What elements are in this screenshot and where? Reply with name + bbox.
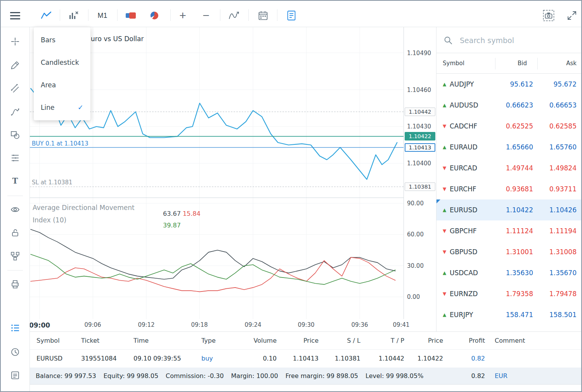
lock-objects-button[interactable] <box>7 225 23 241</box>
column-separator <box>537 58 538 69</box>
market-watch-row-eurusd[interactable]: EURUSD 1.10422 1.10426 <box>436 199 582 220</box>
menu-item-candlestick[interactable]: Candlestick <box>34 51 90 74</box>
stop-loss-line-label[interactable]: SL at 1.10381 <box>32 179 73 186</box>
fullscreen-button[interactable] <box>564 8 580 23</box>
market-watch-row-eurcad[interactable]: EURCAD 1.49744 1.49824 <box>436 158 582 179</box>
pane-separator <box>30 198 436 198</box>
market-watch-row-cadchf[interactable]: CADCHF 0.62525 0.62585 <box>436 116 582 137</box>
price-axis[interactable]: 1.10490 1.10460 1.10430 1.10400 90.00 60… <box>404 27 436 319</box>
search-icon <box>443 36 453 45</box>
time-tick: 09:30 <box>298 321 314 328</box>
ask-price: 0.66653 <box>533 101 582 109</box>
time-axis[interactable]: 09:00 09:06 09:12 09:18 09:24 09:30 09:3… <box>30 319 436 331</box>
trend-icon <box>443 228 450 234</box>
position-symbol: EURUSD <box>36 350 79 367</box>
trend-icon <box>443 312 450 317</box>
trend-icon <box>443 186 450 192</box>
symbol-name: EURAUD <box>450 143 494 151</box>
account-summary-button[interactable] <box>147 8 162 23</box>
pencil-icon <box>10 61 20 70</box>
symbol-name: EURCHF <box>450 185 494 193</box>
crosshair-tool-button[interactable] <box>7 34 23 49</box>
menu-item-area[interactable]: Area <box>34 74 90 96</box>
shapes-tool-button[interactable] <box>7 127 23 142</box>
menu-button[interactable] <box>7 8 23 23</box>
open-order-price-tag[interactable]: 1.10413 <box>405 143 435 152</box>
levels-tool-button[interactable] <box>7 150 23 166</box>
bid-price: 1.31001 <box>494 248 533 256</box>
zoom-out-button[interactable]: − <box>198 8 214 23</box>
stop-loss-price-tag: 1.10381 <box>405 182 435 191</box>
indicator-name-line2: Index (10) <box>33 216 66 224</box>
account-status-bar: Balance: 99 997.53 Equity: 99 998.05 Com… <box>30 368 582 385</box>
ask-price: 0.93711 <box>533 185 582 193</box>
printer-icon <box>10 279 20 289</box>
ask-price: 1.11194 <box>533 227 582 235</box>
time-tick: 09:36 <box>351 321 368 328</box>
timeframe-button[interactable]: M1 <box>95 8 110 23</box>
trendline-tool-button[interactable] <box>7 81 23 96</box>
column-header-symbol: Symbol <box>436 60 488 67</box>
market-watch-row-euraud[interactable]: EURAUD 1.65660 1.65760 <box>436 137 582 158</box>
open-position-row[interactable]: EURUSD 319551084 09.10 09:39:55 buy 0.10… <box>30 350 582 367</box>
market-watch-row-audusd[interactable]: AUDUSD 0.66623 0.66653 <box>436 95 582 116</box>
ask-price: 95.672 <box>533 80 582 88</box>
margin-level-value: Level: 99 998.05% <box>365 372 423 380</box>
market-watch-row-gbpchf[interactable]: GBPCHF 1.11124 1.11194 <box>436 220 582 241</box>
chart-type-button[interactable] <box>38 8 54 23</box>
draw-tool-button[interactable] <box>7 57 23 73</box>
curve-icon <box>10 107 20 116</box>
trade-dialog-button[interactable] <box>284 8 299 23</box>
market-watch-row-eurchf[interactable]: EURCHF 0.93681 0.93711 <box>436 179 582 199</box>
buy-order-line-label[interactable]: BUY 0.1 at 1.10413 <box>32 140 88 147</box>
col-ticket: Ticket <box>81 332 130 349</box>
trend-icon <box>443 270 450 276</box>
adx-value: 63.67 <box>163 210 181 217</box>
ask-price: 1.65760 <box>533 143 582 151</box>
symbol-name: EURUSD <box>450 206 494 214</box>
indicators-button[interactable] <box>226 8 242 23</box>
market-watch-header: Symbol Bid Ask <box>436 53 582 74</box>
object-visibility-button[interactable] <box>7 202 23 217</box>
market-watch-row-audjpy[interactable]: AUDJPY 95.612 95.672 <box>436 74 582 95</box>
remove-indicator-button[interactable] <box>66 8 81 23</box>
menu-item-bars[interactable]: Bars <box>34 29 90 51</box>
symbol-name: EURJPY <box>450 311 494 319</box>
search-input[interactable] <box>460 34 572 47</box>
market-watch-row-gbpusd[interactable]: GBPUSD 1.31001 1.31008 <box>436 241 582 262</box>
menu-item-line[interactable]: Line <box>34 96 90 119</box>
price-tick: 1.10460 <box>407 87 431 94</box>
position-comment <box>495 350 565 367</box>
take-profit-price-tag: 1.10442 <box>405 108 435 116</box>
symbol-name: EURCAD <box>450 164 494 172</box>
toolbar-separator <box>117 9 118 21</box>
adx-indicator-canvas[interactable] <box>30 198 404 319</box>
one-click-trading-button[interactable] <box>123 8 139 23</box>
object-list-button[interactable] <box>7 248 23 264</box>
ask-price: 0.62585 <box>533 122 582 130</box>
trade-document-icon <box>287 10 296 21</box>
zoom-in-button[interactable]: + <box>175 8 191 23</box>
bid-price: 1.10422 <box>494 206 533 214</box>
trade-table-header: Symbol Ticket Time Type Volume Price S /… <box>30 332 582 350</box>
market-watch-row-eurjpy[interactable]: EURJPY 158.471 158.501 <box>436 304 582 325</box>
balance-value: Balance: 99 997.53 <box>36 372 96 380</box>
quotes-panel-button[interactable] <box>7 320 23 336</box>
screenshot-button[interactable] <box>541 8 556 23</box>
toolbar-separator <box>220 9 220 21</box>
text-tool-button[interactable]: T <box>7 173 23 189</box>
drawing-toolbar: T <box>1 27 30 392</box>
history-panel-button[interactable] <box>7 344 23 360</box>
bid-price: 0.66623 <box>494 101 533 109</box>
price-tick: 1.10490 <box>407 50 431 57</box>
print-button[interactable] <box>7 276 23 292</box>
market-watch-row-eurnzd[interactable]: EURNZD 1.79358 1.79478 <box>436 283 582 304</box>
chart-area: uro vs US Dollar BUY 0.1 at 1.10413 SL a… <box>30 27 436 331</box>
market-watch-row-usdcad[interactable]: USDCAD 1.35630 1.35670 <box>436 262 582 283</box>
journal-panel-button[interactable] <box>7 368 23 383</box>
curve-tool-button[interactable] <box>7 104 23 120</box>
one-click-trading-icon <box>125 12 136 19</box>
lock-icon <box>10 228 20 238</box>
calendar-button[interactable] <box>255 8 271 23</box>
bid-price: 158.471 <box>494 311 533 319</box>
